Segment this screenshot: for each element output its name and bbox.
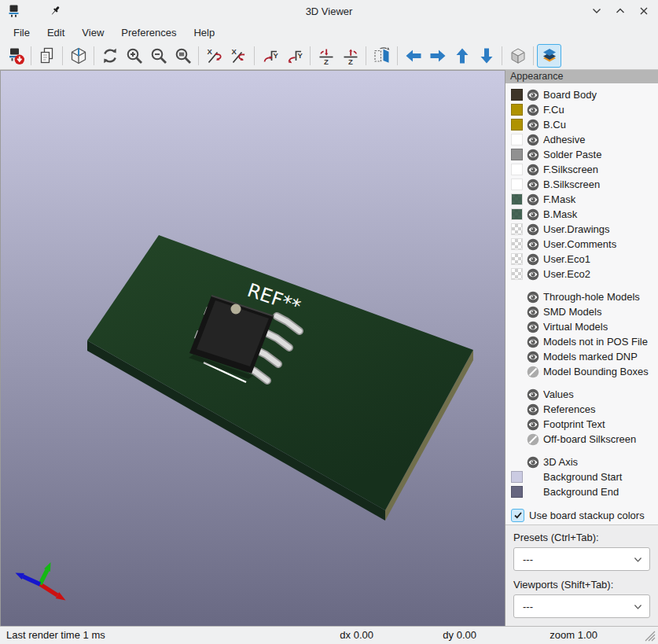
- color-swatch[interactable]: [511, 164, 523, 175]
- eye-icon: [527, 253, 539, 266]
- visibility-toggle[interactable]: [527, 104, 539, 116]
- visibility-toggle[interactable]: [527, 178, 539, 191]
- visibility-toggle[interactable]: [527, 321, 539, 333]
- visibility-toggle[interactable]: [527, 456, 539, 469]
- render-options-button[interactable]: [66, 44, 90, 68]
- resize-grip[interactable]: [645, 631, 656, 642]
- appearance-section-layers: Board BodyF.CuB.CuAdhesiveSolder PasteF.…: [511, 87, 658, 282]
- orthographic-projection-icon: [509, 46, 528, 65]
- copy-image-button[interactable]: [35, 44, 59, 68]
- render-time-status: Last render time 1 ms: [6, 629, 105, 641]
- zoom-in-button[interactable]: [122, 44, 146, 68]
- rotate-x-ccw-button[interactable]: X: [226, 44, 251, 68]
- redraw-button[interactable]: [97, 44, 122, 68]
- eye-icon: [527, 208, 539, 221]
- pin1-marker: [231, 304, 241, 315]
- use-board-stackup-colors-row: Use board stackup colors: [511, 507, 658, 523]
- move-up-button[interactable]: [450, 44, 474, 68]
- visibility-toggle[interactable]: [527, 208, 539, 221]
- menu-item-edit[interactable]: Edit: [39, 24, 73, 42]
- visibility-toggle[interactable]: [527, 403, 539, 416]
- visibility-toggle[interactable]: [527, 268, 539, 281]
- redraw-icon: [101, 46, 119, 65]
- color-swatch[interactable]: [511, 253, 523, 265]
- maximize-button[interactable]: [614, 5, 627, 17]
- color-swatch[interactable]: [511, 471, 523, 483]
- visibility-toggle[interactable]: [527, 336, 539, 348]
- color-swatch[interactable]: [511, 149, 523, 160]
- color-swatch[interactable]: [511, 223, 523, 235]
- visibility-toggle[interactable]: [527, 388, 539, 401]
- color-swatch[interactable]: [511, 89, 523, 101]
- visibility-toggle[interactable]: [527, 253, 539, 266]
- orthographic-projection-button[interactable]: [505, 44, 530, 68]
- eye-icon: [527, 223, 539, 236]
- appearance-manager-icon: [540, 46, 559, 65]
- appearance-row-background-start: Background Start: [511, 469, 658, 484]
- visibility-toggle-off[interactable]: [527, 433, 539, 446]
- visibility-toggle[interactable]: [527, 306, 539, 318]
- zoom-fit-button[interactable]: [171, 44, 195, 68]
- menu-item-help[interactable]: Help: [185, 24, 223, 42]
- move-down-button[interactable]: [474, 44, 498, 68]
- visibility-toggle[interactable]: [527, 223, 539, 236]
- move-up-icon: [453, 46, 472, 65]
- color-swatch[interactable]: [511, 486, 523, 498]
- appearance-list: Board BodyF.CuB.CuAdhesiveSolder PasteF.…: [505, 83, 658, 524]
- svg-text:Z: Z: [348, 57, 353, 66]
- color-swatch[interactable]: [511, 208, 523, 220]
- visibility-toggle[interactable]: [527, 418, 539, 431]
- eye-icon: [527, 119, 539, 131]
- color-swatch[interactable]: [511, 178, 523, 190]
- rotate-x-cw-button[interactable]: X: [202, 44, 226, 68]
- color-swatch[interactable]: [511, 193, 523, 205]
- visibility-toggle[interactable]: [527, 149, 539, 161]
- visibility-toggle[interactable]: [527, 351, 539, 363]
- rotate-y-ccw-button[interactable]: Y: [282, 44, 307, 68]
- visibility-toggle[interactable]: [527, 238, 539, 251]
- menu-item-preferences[interactable]: Preferences: [112, 24, 185, 42]
- eye-icon: [527, 306, 539, 318]
- visibility-toggle[interactable]: [527, 89, 539, 101]
- toolbar: XXYYZZ: [0, 42, 658, 70]
- viewports-dropdown[interactable]: ---: [513, 594, 650, 618]
- reload-board-button[interactable]: [3, 44, 28, 68]
- eye-icon: [527, 321, 539, 333]
- zoom-out-button[interactable]: [146, 44, 171, 68]
- color-swatch[interactable]: [511, 268, 523, 280]
- color-swatch[interactable]: [511, 238, 523, 250]
- menu-item-view[interactable]: View: [73, 24, 112, 42]
- row-label: F.Silkscreen: [543, 164, 598, 175]
- toolbar-separator: [366, 46, 366, 65]
- close-button[interactable]: [638, 5, 650, 17]
- rotate-y-cw-button[interactable]: Y: [258, 44, 282, 68]
- rotate-x-ccw-icon: X: [230, 46, 248, 65]
- color-swatch[interactable]: [511, 104, 523, 116]
- appearance-manager-button[interactable]: [537, 44, 561, 68]
- color-swatch[interactable]: [511, 119, 523, 131]
- flip-board-button[interactable]: [369, 44, 394, 68]
- visibility-toggle[interactable]: [527, 193, 539, 206]
- eye-icon: [527, 89, 539, 101]
- presets-dropdown[interactable]: ---: [513, 547, 650, 571]
- appearance-row-smd-models: SMD Models: [511, 304, 658, 319]
- row-label: User.Eco1: [543, 253, 590, 265]
- appearance-row-adhesive: Adhesive: [511, 132, 658, 147]
- move-left-button[interactable]: [401, 44, 425, 68]
- 3d-viewport[interactable]: REF**: [0, 70, 505, 626]
- visibility-toggle-off[interactable]: [527, 366, 539, 378]
- use-board-stackup-colors-checkbox[interactable]: [511, 509, 524, 522]
- rotate-z-cw-button[interactable]: Z: [314, 44, 338, 68]
- visibility-toggle[interactable]: [527, 164, 539, 176]
- visibility-toggle[interactable]: [527, 134, 539, 146]
- rotate-z-ccw-button[interactable]: Z: [338, 44, 362, 68]
- 3d-scene[interactable]: REF**: [1, 71, 505, 627]
- row-label: SMD Models: [543, 306, 601, 318]
- visibility-toggle[interactable]: [527, 291, 539, 304]
- visibility-toggle[interactable]: [527, 119, 539, 131]
- menu-item-file[interactable]: File: [5, 24, 39, 42]
- minimize-button[interactable]: [590, 5, 603, 17]
- move-right-button[interactable]: [425, 44, 450, 68]
- row-label: Values: [543, 388, 574, 400]
- color-swatch[interactable]: [511, 134, 523, 145]
